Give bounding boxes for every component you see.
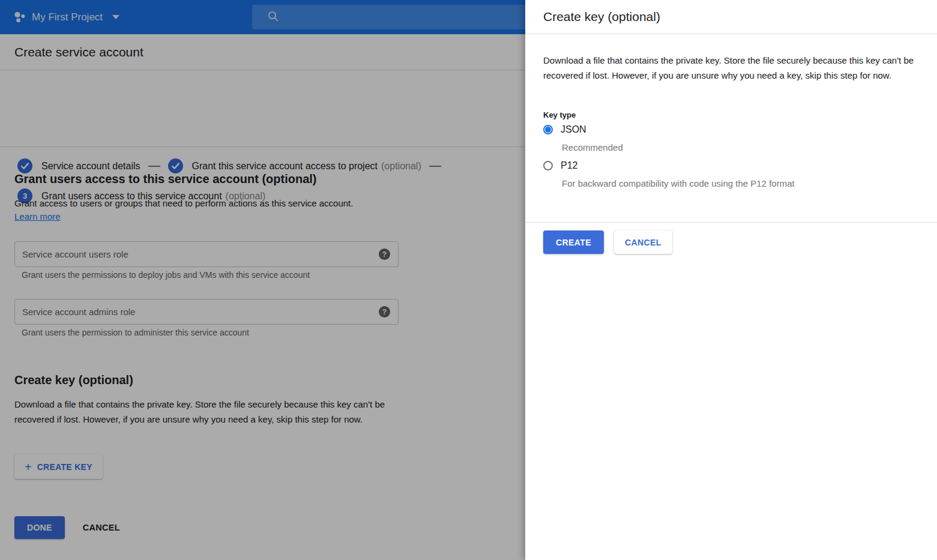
radio-json-label: JSON	[561, 124, 586, 135]
create-key-panel: Create key (optional) Download a file th…	[525, 0, 937, 560]
panel-actions: CREATE CANCEL	[543, 230, 672, 254]
panel-divider	[525, 222, 937, 223]
p12-description: For backward compatibility with code usi…	[562, 178, 795, 188]
radio-option-p12[interactable]: P12	[543, 160, 577, 171]
radio-option-json[interactable]: JSON	[543, 124, 586, 135]
panel-cancel-button[interactable]: CANCEL	[614, 230, 672, 254]
key-type-label: Key type	[543, 110, 576, 119]
create-button[interactable]: CREATE	[543, 230, 604, 254]
panel-header: Create key (optional)	[525, 0, 937, 34]
radio-selected-icon	[543, 125, 553, 134]
json-description: Recommended	[562, 142, 623, 152]
radio-unselected-icon	[543, 161, 553, 170]
panel-description: Download a file that contains the privat…	[543, 53, 923, 83]
radio-dot	[545, 127, 551, 133]
screen: My First Project Create service account	[0, 0, 937, 560]
panel-title: Create key (optional)	[543, 10, 660, 24]
modal-scrim[interactable]	[0, 0, 525, 560]
radio-p12-label: P12	[561, 160, 577, 171]
